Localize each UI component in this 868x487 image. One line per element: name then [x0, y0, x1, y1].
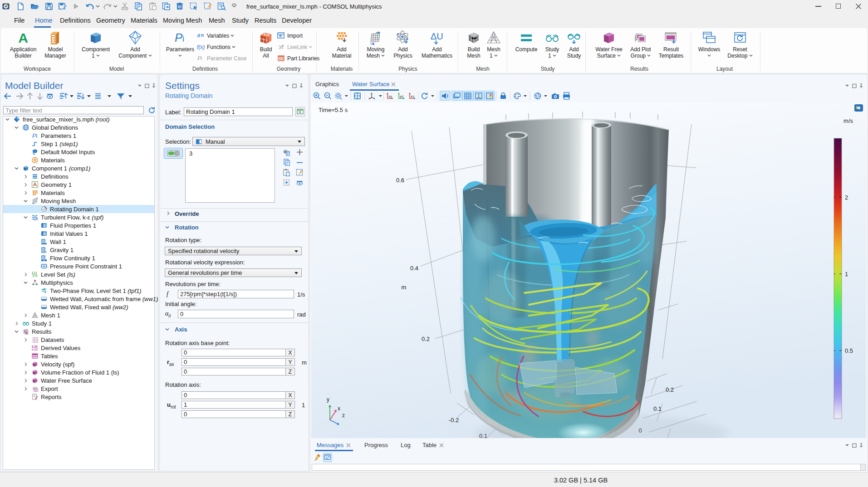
svg-text:z: z — [342, 412, 345, 419]
svg-text:P: P — [175, 31, 183, 44]
svg-text:-0.2: -0.2 — [449, 417, 459, 424]
svg-text:yz: yz — [400, 94, 403, 98]
svg-text:x: x — [338, 405, 340, 412]
svg-text:ΔU: ΔU — [431, 31, 443, 41]
svg-text:D: D — [42, 239, 44, 243]
svg-text:a: a — [197, 32, 200, 39]
svg-text:m: m — [402, 284, 407, 291]
svg-text:D: D — [44, 232, 46, 236]
svg-text:0.1: 0.1 — [653, 405, 662, 412]
svg-text:Time=5.5 s: Time=5.5 s — [319, 107, 348, 113]
svg-text:D: D — [42, 248, 44, 251]
svg-text:xy: xy — [388, 94, 392, 98]
svg-text:1: 1 — [845, 271, 848, 278]
svg-text:0.2: 0.2 — [666, 386, 674, 393]
svg-text:m/s: m/s — [843, 117, 853, 124]
svg-text:i: i — [201, 56, 202, 61]
svg-text:A: A — [18, 30, 28, 45]
svg-text:2: 2 — [845, 194, 848, 201]
svg-text:0.5: 0.5 — [845, 347, 853, 354]
svg-text:D: D — [44, 224, 46, 228]
svg-text:i: i — [182, 34, 184, 44]
svg-text:e-12: e-12 — [32, 348, 38, 351]
svg-text:f(x): f(x) — [197, 44, 205, 50]
svg-text:0.4: 0.4 — [410, 265, 418, 272]
svg-text:y: y — [327, 396, 329, 403]
svg-text:xz: xz — [411, 94, 414, 98]
svg-text:0.2: 0.2 — [422, 336, 430, 342]
svg-text:0.6: 0.6 — [396, 177, 404, 184]
svg-text:P: P — [32, 132, 36, 139]
svg-text:D: D — [42, 256, 44, 259]
